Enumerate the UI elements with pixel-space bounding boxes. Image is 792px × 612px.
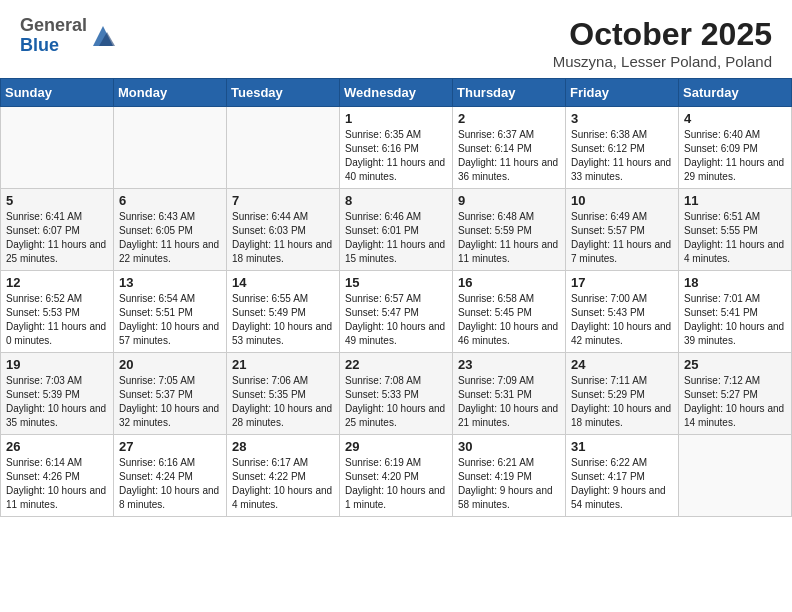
calendar-cell: 5Sunrise: 6:41 AM Sunset: 6:07 PM Daylig…: [1, 189, 114, 271]
day-info: Sunrise: 6:55 AM Sunset: 5:49 PM Dayligh…: [232, 292, 334, 348]
day-number: 29: [345, 439, 447, 454]
day-info: Sunrise: 6:17 AM Sunset: 4:22 PM Dayligh…: [232, 456, 334, 512]
calendar-cell: 8Sunrise: 6:46 AM Sunset: 6:01 PM Daylig…: [340, 189, 453, 271]
calendar-cell: 30Sunrise: 6:21 AM Sunset: 4:19 PM Dayli…: [453, 435, 566, 517]
day-header-saturday: Saturday: [679, 79, 792, 107]
day-header-monday: Monday: [114, 79, 227, 107]
day-number: 19: [6, 357, 108, 372]
day-number: 20: [119, 357, 221, 372]
calendar-cell: 6Sunrise: 6:43 AM Sunset: 6:05 PM Daylig…: [114, 189, 227, 271]
calendar-cell: 9Sunrise: 6:48 AM Sunset: 5:59 PM Daylig…: [453, 189, 566, 271]
day-info: Sunrise: 6:51 AM Sunset: 5:55 PM Dayligh…: [684, 210, 786, 266]
day-info: Sunrise: 6:46 AM Sunset: 6:01 PM Dayligh…: [345, 210, 447, 266]
calendar-cell: 1Sunrise: 6:35 AM Sunset: 6:16 PM Daylig…: [340, 107, 453, 189]
day-info: Sunrise: 6:40 AM Sunset: 6:09 PM Dayligh…: [684, 128, 786, 184]
day-number: 31: [571, 439, 673, 454]
logo-icon: [89, 22, 117, 50]
day-number: 17: [571, 275, 673, 290]
calendar-cell: 19Sunrise: 7:03 AM Sunset: 5:39 PM Dayli…: [1, 353, 114, 435]
day-info: Sunrise: 6:37 AM Sunset: 6:14 PM Dayligh…: [458, 128, 560, 184]
day-info: Sunrise: 6:14 AM Sunset: 4:26 PM Dayligh…: [6, 456, 108, 512]
calendar-cell: 13Sunrise: 6:54 AM Sunset: 5:51 PM Dayli…: [114, 271, 227, 353]
day-info: Sunrise: 7:00 AM Sunset: 5:43 PM Dayligh…: [571, 292, 673, 348]
day-header-thursday: Thursday: [453, 79, 566, 107]
calendar-cell: 26Sunrise: 6:14 AM Sunset: 4:26 PM Dayli…: [1, 435, 114, 517]
day-number: 26: [6, 439, 108, 454]
calendar-cell: 20Sunrise: 7:05 AM Sunset: 5:37 PM Dayli…: [114, 353, 227, 435]
day-info: Sunrise: 7:05 AM Sunset: 5:37 PM Dayligh…: [119, 374, 221, 430]
day-number: 27: [119, 439, 221, 454]
calendar-cell: 3Sunrise: 6:38 AM Sunset: 6:12 PM Daylig…: [566, 107, 679, 189]
day-info: Sunrise: 6:58 AM Sunset: 5:45 PM Dayligh…: [458, 292, 560, 348]
calendar-week-row: 19Sunrise: 7:03 AM Sunset: 5:39 PM Dayli…: [1, 353, 792, 435]
calendar-week-row: 1Sunrise: 6:35 AM Sunset: 6:16 PM Daylig…: [1, 107, 792, 189]
day-header-sunday: Sunday: [1, 79, 114, 107]
calendar-cell: 16Sunrise: 6:58 AM Sunset: 5:45 PM Dayli…: [453, 271, 566, 353]
calendar-cell: 2Sunrise: 6:37 AM Sunset: 6:14 PM Daylig…: [453, 107, 566, 189]
day-number: 28: [232, 439, 334, 454]
calendar-week-row: 12Sunrise: 6:52 AM Sunset: 5:53 PM Dayli…: [1, 271, 792, 353]
day-info: Sunrise: 7:09 AM Sunset: 5:31 PM Dayligh…: [458, 374, 560, 430]
day-info: Sunrise: 6:48 AM Sunset: 5:59 PM Dayligh…: [458, 210, 560, 266]
calendar-cell: 31Sunrise: 6:22 AM Sunset: 4:17 PM Dayli…: [566, 435, 679, 517]
calendar-cell: 25Sunrise: 7:12 AM Sunset: 5:27 PM Dayli…: [679, 353, 792, 435]
logo-general: General: [20, 15, 87, 35]
day-info: Sunrise: 6:38 AM Sunset: 6:12 PM Dayligh…: [571, 128, 673, 184]
day-number: 23: [458, 357, 560, 372]
calendar-cell: 15Sunrise: 6:57 AM Sunset: 5:47 PM Dayli…: [340, 271, 453, 353]
day-info: Sunrise: 6:19 AM Sunset: 4:20 PM Dayligh…: [345, 456, 447, 512]
calendar-cell: 12Sunrise: 6:52 AM Sunset: 5:53 PM Dayli…: [1, 271, 114, 353]
day-number: 6: [119, 193, 221, 208]
calendar-cell: 17Sunrise: 7:00 AM Sunset: 5:43 PM Dayli…: [566, 271, 679, 353]
calendar-cell: [114, 107, 227, 189]
day-info: Sunrise: 6:22 AM Sunset: 4:17 PM Dayligh…: [571, 456, 673, 512]
day-info: Sunrise: 6:49 AM Sunset: 5:57 PM Dayligh…: [571, 210, 673, 266]
calendar-cell: 7Sunrise: 6:44 AM Sunset: 6:03 PM Daylig…: [227, 189, 340, 271]
day-number: 15: [345, 275, 447, 290]
day-number: 1: [345, 111, 447, 126]
day-info: Sunrise: 6:16 AM Sunset: 4:24 PM Dayligh…: [119, 456, 221, 512]
day-number: 24: [571, 357, 673, 372]
calendar-cell: [227, 107, 340, 189]
calendar-cell: 4Sunrise: 6:40 AM Sunset: 6:09 PM Daylig…: [679, 107, 792, 189]
calendar-cell: 10Sunrise: 6:49 AM Sunset: 5:57 PM Dayli…: [566, 189, 679, 271]
day-info: Sunrise: 6:57 AM Sunset: 5:47 PM Dayligh…: [345, 292, 447, 348]
day-header-tuesday: Tuesday: [227, 79, 340, 107]
calendar-cell: 28Sunrise: 6:17 AM Sunset: 4:22 PM Dayli…: [227, 435, 340, 517]
day-info: Sunrise: 6:44 AM Sunset: 6:03 PM Dayligh…: [232, 210, 334, 266]
day-number: 13: [119, 275, 221, 290]
day-info: Sunrise: 7:11 AM Sunset: 5:29 PM Dayligh…: [571, 374, 673, 430]
day-number: 3: [571, 111, 673, 126]
title-block: October 2025 Muszyna, Lesser Poland, Pol…: [553, 16, 772, 70]
calendar-cell: 21Sunrise: 7:06 AM Sunset: 5:35 PM Dayli…: [227, 353, 340, 435]
day-number: 4: [684, 111, 786, 126]
day-info: Sunrise: 6:21 AM Sunset: 4:19 PM Dayligh…: [458, 456, 560, 512]
calendar-cell: 14Sunrise: 6:55 AM Sunset: 5:49 PM Dayli…: [227, 271, 340, 353]
calendar-table: SundayMondayTuesdayWednesdayThursdayFrid…: [0, 78, 792, 517]
calendar-cell: 22Sunrise: 7:08 AM Sunset: 5:33 PM Dayli…: [340, 353, 453, 435]
day-number: 25: [684, 357, 786, 372]
day-info: Sunrise: 7:08 AM Sunset: 5:33 PM Dayligh…: [345, 374, 447, 430]
day-header-wednesday: Wednesday: [340, 79, 453, 107]
day-number: 22: [345, 357, 447, 372]
day-info: Sunrise: 7:12 AM Sunset: 5:27 PM Dayligh…: [684, 374, 786, 430]
day-number: 5: [6, 193, 108, 208]
day-number: 10: [571, 193, 673, 208]
day-info: Sunrise: 6:54 AM Sunset: 5:51 PM Dayligh…: [119, 292, 221, 348]
day-info: Sunrise: 6:35 AM Sunset: 6:16 PM Dayligh…: [345, 128, 447, 184]
calendar-cell: 29Sunrise: 6:19 AM Sunset: 4:20 PM Dayli…: [340, 435, 453, 517]
day-info: Sunrise: 7:03 AM Sunset: 5:39 PM Dayligh…: [6, 374, 108, 430]
day-info: Sunrise: 6:52 AM Sunset: 5:53 PM Dayligh…: [6, 292, 108, 348]
calendar-cell: 11Sunrise: 6:51 AM Sunset: 5:55 PM Dayli…: [679, 189, 792, 271]
day-number: 21: [232, 357, 334, 372]
page-header: General Blue October 2025 Muszyna, Lesse…: [0, 0, 792, 78]
calendar-cell: [679, 435, 792, 517]
location: Muszyna, Lesser Poland, Poland: [553, 53, 772, 70]
day-number: 16: [458, 275, 560, 290]
calendar-cell: 27Sunrise: 6:16 AM Sunset: 4:24 PM Dayli…: [114, 435, 227, 517]
calendar-header-row: SundayMondayTuesdayWednesdayThursdayFrid…: [1, 79, 792, 107]
calendar-cell: 24Sunrise: 7:11 AM Sunset: 5:29 PM Dayli…: [566, 353, 679, 435]
day-number: 11: [684, 193, 786, 208]
day-info: Sunrise: 7:06 AM Sunset: 5:35 PM Dayligh…: [232, 374, 334, 430]
day-info: Sunrise: 6:41 AM Sunset: 6:07 PM Dayligh…: [6, 210, 108, 266]
